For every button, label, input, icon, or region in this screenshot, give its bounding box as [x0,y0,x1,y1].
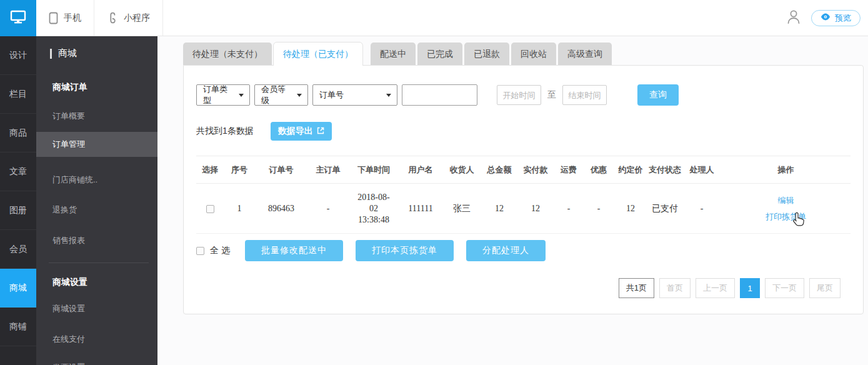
rail-item-albums[interactable]: 图册 [0,191,36,230]
print-page-picking-list-button[interactable]: 打印本页拣货单 [356,240,454,261]
desktop-view-button[interactable] [0,0,36,36]
row-checkbox[interactable] [206,205,214,213]
orders-table: 选择 序号 订单号 主订单 下单时间 用户名 收货人 总金额 实付款 运费 优惠… [196,156,851,234]
group-title-mall-settings: 商城设置 [52,277,157,288]
header-actions: 操作 [721,156,851,184]
rail-item-design[interactable]: 设计 [0,36,36,75]
keyword-input[interactable] [402,84,477,106]
chevron-down-icon [386,94,391,97]
page-last-button[interactable]: 尾页 [809,278,841,298]
print-picking-list-link[interactable]: 打印拣货单 [721,209,851,225]
select-all-checkbox[interactable] [196,247,204,255]
pagination: 共1页 首页 上一页 1 下一页 尾页 [196,278,851,298]
mobile-view-tab[interactable]: 手机 [36,0,94,36]
submenu-item-invoice-settings[interactable]: 发票设置 [52,362,157,365]
assign-handler-button[interactable]: 分配处理人 [466,240,546,261]
header-agreed-price: 约定价 [614,156,647,184]
top-bar: 手机 小程序 预览 [0,0,868,36]
search-field-select[interactable]: 订单号 [312,84,397,106]
submenu-divider [49,262,149,263]
submenu-item-online-payment[interactable]: 在线支付 [52,334,157,345]
rail-item-mall[interactable]: 商城 [0,269,36,308]
rail-item-columns[interactable]: 栏目 [0,75,36,114]
cell-receiver: 张三 [442,184,481,234]
data-export-label: 数据导出 [278,126,313,137]
tab-refunded[interactable]: 已退款 [464,42,509,65]
batch-set-delivering-button[interactable]: 批量修改配送中 [245,240,343,261]
tab-recycle-bin[interactable]: 回收站 [511,42,556,65]
cell-shipping-fee: - [554,184,584,234]
cell-main-order: - [307,184,349,234]
rail-item-members[interactable]: 会员 [0,230,36,269]
tab-completed[interactable]: 已完成 [417,42,462,65]
page-prev-button[interactable]: 上一页 [696,278,735,298]
page-current[interactable]: 1 [740,278,760,298]
header-main-order: 主订单 [307,156,349,184]
rail-item-shops[interactable]: 商铺 [0,308,36,346]
tab-delivering[interactable]: 配送中 [371,42,416,65]
orders-panel: 订单类型 会员等级 订单号 至 查询 共找到1条数据 [183,65,864,314]
group-title-mall-orders: 商城订单 [52,82,157,93]
page-total: 共1页 [619,278,654,298]
miniprogram-view-tab[interactable]: 小程序 [94,0,163,36]
page-first-button[interactable]: 首页 [659,278,691,298]
submenu-item-mall-settings[interactable]: 商城设置 [52,303,157,314]
topbar-right: 预览 [786,0,868,36]
header-handler: 处理人 [682,156,721,184]
cell-agreed-price: 12 [614,184,647,234]
orders-table-header-row: 选择 序号 订单号 主订单 下单时间 用户名 收货人 总金额 实付款 运费 优惠… [196,156,851,184]
submenu-title-label: 商城 [58,48,77,59]
order-date-part: 02 [349,203,399,214]
data-export-button[interactable]: 数据导出 [271,122,332,141]
submenu-item-sales-report[interactable]: 销售报表 [52,235,157,246]
header-receiver: 收货人 [442,156,481,184]
edit-link[interactable]: 编辑 [721,192,851,209]
chevron-down-icon [239,94,244,97]
cell-seq: 1 [224,184,255,234]
submenu-item-returns[interactable]: 退换货 [52,204,157,216]
preview-button[interactable]: 预览 [811,10,861,26]
preview-label: 预览 [835,12,851,24]
monitor-icon [9,8,27,28]
result-count-text: 共找到1条数据 [196,126,254,137]
cell-order-time: 2018-08- 02 13:38:48 [349,184,399,234]
order-status-tabs: 待处理（未支付） 待处理（已支付） 配送中 已完成 已退款 回收站 高级查询 [183,42,868,65]
submenu-item-order-summary[interactable]: 订单概要 [52,111,157,122]
page-next-button[interactable]: 下一页 [765,278,804,298]
submenu-item-order-management[interactable]: 订单管理 [36,132,157,157]
filter-row: 订单类型 会员等级 订单号 至 查询 [196,84,851,106]
order-row: 1 896463 - 2018-08- 02 13:38:48 111111 张… [196,184,851,234]
header-username: 用户名 [399,156,442,184]
cell-paid-amount: 12 [517,184,554,234]
submenu-item-store-shop-stats[interactable]: 门店商铺统.. [52,174,157,186]
user-icon[interactable] [786,9,801,28]
miniprogram-view-label: 小程序 [124,12,150,24]
miniprogram-icon [107,12,118,24]
header-order-no: 订单号 [255,156,307,184]
cell-discount: - [584,184,614,234]
rail-item-articles[interactable]: 文章 [0,152,36,191]
order-type-select[interactable]: 订单类型 [196,84,250,106]
tab-pending-paid[interactable]: 待处理（已支付） [274,42,362,66]
primary-sidebar: 设计 栏目 商品 文章 图册 会员 商城 商铺 [0,36,36,365]
member-level-select[interactable]: 会员等级 [254,84,308,106]
eye-icon [821,13,831,22]
admin-window: 手机 小程序 预览 设计 栏目 商品 文章 图册 会员 商城 [0,0,868,365]
chevron-down-icon [297,94,302,97]
tab-pending-unpaid[interactable]: 待处理（未支付） [183,42,272,65]
search-button[interactable]: 查询 [637,84,679,106]
end-date-input[interactable] [562,85,607,105]
mobile-view-label: 手机 [64,12,81,24]
header-order-time: 下单时间 [349,156,399,184]
cell-username: 111111 [399,184,442,234]
search-field-label: 订单号 [319,89,344,101]
start-date-input[interactable] [497,85,541,105]
cursor-pointer-icon [791,211,805,230]
cell-order-no: 896463 [255,184,307,234]
cell-pay-status: 已支付 [647,184,682,234]
tab-advanced-search[interactable]: 高级查询 [558,42,612,65]
rail-item-products[interactable]: 商品 [0,114,36,152]
result-row: 共找到1条数据 数据导出 [196,122,851,141]
header-seq: 序号 [224,156,255,184]
external-link-icon [317,126,324,136]
